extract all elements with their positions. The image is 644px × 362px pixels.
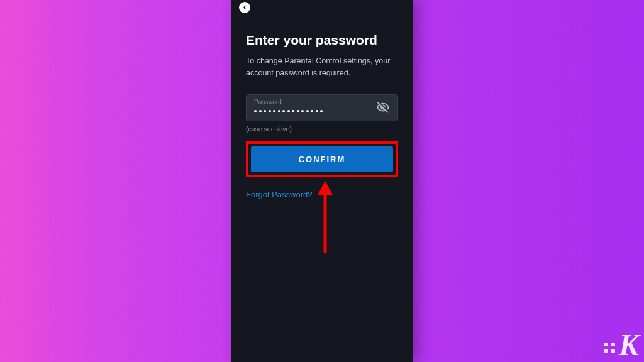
confirm-button[interactable]: CONFIRM xyxy=(251,146,393,172)
back-button[interactable] xyxy=(239,2,250,13)
password-label: Password xyxy=(254,99,390,106)
phone-screen: Enter your password To change Parental C… xyxy=(231,0,413,362)
forgot-password-link[interactable]: Forgot Password? xyxy=(246,190,313,199)
chevron-left-icon xyxy=(242,4,248,11)
password-value xyxy=(254,107,390,116)
page-subtitle: To change Parental Control settings, you… xyxy=(246,55,398,79)
eye-off-icon[interactable] xyxy=(376,101,390,114)
page-title: Enter your password xyxy=(246,33,398,48)
watermark-logo: K xyxy=(604,333,639,357)
password-helper: (case sensitive) xyxy=(246,125,398,133)
annotation-highlight: CONFIRM xyxy=(246,141,398,177)
password-field[interactable]: Password xyxy=(246,94,398,121)
